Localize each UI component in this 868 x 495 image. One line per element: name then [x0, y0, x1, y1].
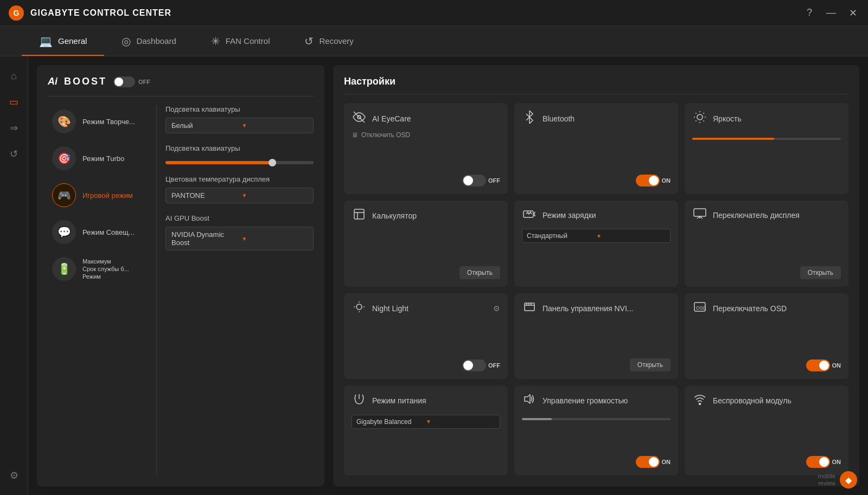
ai-boost-toggle[interactable]: OFF	[113, 76, 150, 87]
sidebar-item-refresh[interactable]: ↺	[3, 143, 25, 165]
card-charging: Режим зарядки Стандартный ▼	[514, 201, 678, 286]
card-ai-eyecare-header: AI EyeCare	[352, 111, 500, 127]
card-wireless-header: Беспроводной модуль	[692, 393, 841, 408]
bluetooth-toggle[interactable]: ON	[636, 175, 671, 187]
window-controls: ? — ✕	[803, 7, 859, 20]
dropdown-arrow-icon2: ▼	[242, 192, 308, 198]
tab-recovery[interactable]: ↺ Recovery	[287, 26, 371, 56]
power-icon	[352, 393, 367, 408]
card-osd: OSD Переключатель OSD ON	[685, 293, 848, 379]
volume-fill	[522, 418, 552, 420]
mode-items: 🎨 Режим Творче... 🎯 Режим Turbo 🎮 Игрово…	[48, 105, 156, 475]
card-nvidia-footer: Открыть	[522, 358, 671, 371]
ai-gpu-label: AI GPU Boost	[165, 214, 314, 222]
nvidia-icon	[522, 301, 537, 316]
card-display-switch-footer: Открыть	[692, 266, 841, 279]
power-dropdown[interactable]: Gigabyte Balanced ▼	[352, 415, 500, 429]
bluetooth-toggle-thumb	[649, 176, 659, 185]
svg-line-9	[695, 120, 696, 121]
nvidia-open-button[interactable]: Открыть	[630, 358, 671, 371]
card-volume: Управление громкостью ON	[514, 385, 678, 475]
card-wireless-body	[692, 413, 841, 452]
display-temp-label: Цветовая температура дисплея	[165, 175, 314, 183]
mode-battery[interactable]: 🔋 МаксимумСрок службы б...Режим	[48, 253, 156, 285]
ai-gpu-dropdown[interactable]: NVIDIA Dynamic Boost ▼	[165, 227, 314, 250]
help-button[interactable]: ?	[803, 7, 816, 20]
ai-boost-header: Ai BOOST OFF	[48, 76, 314, 97]
svg-rect-14	[524, 211, 533, 217]
calculator-open-button[interactable]: Открыть	[459, 266, 500, 279]
ai-boost-toggle-thumb	[114, 78, 123, 86]
tab-dashboard[interactable]: ◎ Dashboard	[104, 26, 193, 56]
mode-gaming[interactable]: 🎮 Игровой режим	[48, 179, 156, 211]
sidebar-item-display[interactable]: ▭	[3, 91, 25, 113]
app-logo: G	[9, 5, 24, 21]
night-light-toggle-track	[462, 359, 486, 371]
sidebar-item-tools[interactable]: ⇒	[3, 117, 25, 139]
svg-rect-11	[354, 209, 364, 219]
osd-switch-toggle-track	[806, 359, 830, 371]
sidebar-item-home[interactable]: ⌂	[3, 65, 25, 87]
ai-boost-toggle-track	[113, 76, 135, 87]
volume-toggle-label: ON	[662, 459, 671, 465]
night-light-gear-icon[interactable]: ⚙	[493, 304, 500, 313]
app-title: GIGABYTE CONTROL CENTER	[30, 8, 803, 18]
footer-logo: ◆	[840, 471, 857, 488]
card-osd-header: OSD Переключатель OSD	[692, 301, 841, 316]
card-volume-header: Управление громкостью	[522, 393, 671, 408]
card-calculator-header: Калькулятор	[352, 208, 500, 223]
svg-point-2	[697, 114, 703, 120]
card-ai-eyecare-footer: OFF	[352, 175, 500, 187]
card-osd-footer: ON	[692, 359, 841, 371]
card-night-light-footer: OFF	[352, 359, 500, 371]
osd-toggle[interactable]: OFF	[462, 175, 500, 187]
wireless-toggle-track	[806, 456, 830, 468]
volume-icon	[522, 393, 537, 408]
brightness-slider[interactable]	[692, 138, 841, 140]
mode-turbo[interactable]: 🎯 Режим Turbo	[48, 142, 156, 175]
card-calculator: Калькулятор Открыть	[344, 201, 508, 286]
mode-gaming-label: Игровой режим	[82, 191, 133, 200]
svg-line-1	[354, 112, 365, 123]
card-night-light-title: Night Light	[372, 304, 409, 313]
left-panel: Ai BOOST OFF 🎨 Режим Творче... 🎯	[37, 65, 324, 486]
charging-dropdown[interactable]: Стандартный ▼	[522, 229, 671, 243]
night-light-toggle[interactable]: OFF	[462, 359, 500, 371]
mode-turbo-icon: 🎯	[52, 146, 76, 170]
volume-toggle[interactable]: ON	[636, 456, 671, 468]
power-dropdown-arrow: ▼	[426, 419, 495, 425]
night-light-toggle-thumb	[463, 361, 473, 370]
eyecare-icon	[352, 111, 367, 127]
bluetooth-icon	[522, 111, 537, 127]
card-calculator-title: Калькулятор	[372, 211, 417, 220]
mode-creative[interactable]: 🎨 Режим Творче...	[48, 105, 156, 138]
card-display-switch-title: Переключатель дисплея	[713, 211, 800, 220]
display-temp-dropdown[interactable]: PANTONE ▼	[165, 188, 314, 203]
sidebar-item-settings[interactable]: ⚙	[3, 465, 25, 486]
keyboard-slider[interactable]	[165, 161, 314, 164]
card-night-light: Night Light ⚙ OFF	[344, 293, 508, 379]
card-power: Режим питания Gigabyte Balanced ▼	[344, 385, 508, 475]
osd-switch-toggle[interactable]: ON	[806, 359, 841, 371]
settings-panel: Подсветка клавиатуры Белый ▼ Подсветка к…	[156, 105, 314, 475]
fan-icon: ✳	[211, 35, 220, 48]
minimize-button[interactable]: —	[825, 7, 838, 20]
display-switch-open-button[interactable]: Открыть	[800, 266, 841, 279]
mode-meeting-icon: 💬	[52, 220, 76, 244]
tab-fan[interactable]: ✳ FAN Control	[194, 26, 288, 56]
mode-battery-label: МаксимумСрок службы б...Режим	[82, 258, 129, 281]
svg-text:OSD: OSD	[696, 305, 706, 311]
boost-label: BOOST	[64, 76, 107, 87]
dashboard-icon: ◎	[122, 35, 131, 48]
mode-creative-icon: 🎨	[52, 110, 76, 133]
card-brightness-title: Яркость	[713, 114, 742, 123]
keyboard-slider-group: Подсветка клавиатуры	[165, 144, 314, 164]
wireless-toggle[interactable]: ON	[806, 456, 841, 468]
main-layout: ⌂ ▭ ⇒ ↺ ⚙ Ai BOOST OFF �	[0, 56, 868, 495]
mode-meeting[interactable]: 💬 Режим Совещ...	[48, 216, 156, 248]
keyboard-backlight-dropdown[interactable]: Белый ▼	[165, 118, 314, 133]
charging-icon	[522, 208, 537, 222]
tab-general[interactable]: 💻 General	[22, 26, 104, 56]
keyboard-backlight-label: Подсветка клавиатуры	[165, 105, 314, 113]
close-button[interactable]: ✕	[846, 7, 859, 20]
